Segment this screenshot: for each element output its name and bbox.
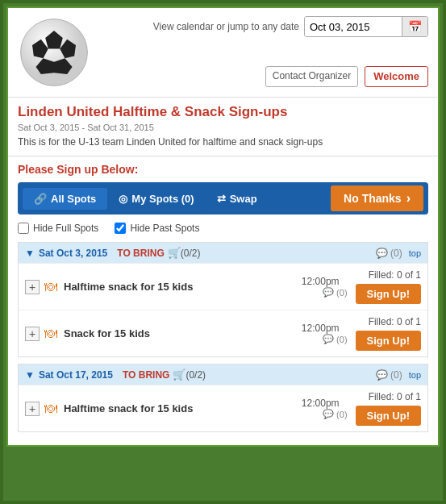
slot-count-1: (0/2) [185,369,206,381]
hide-past-spots-checkbox[interactable] [115,223,126,234]
tab-swap-label: Swap [230,193,257,205]
slot-time-0-0: 12:00pm [302,276,340,287]
comment-count-1: (0) [390,369,402,381]
slot-name-0-1: Snack for 15 kids [64,327,302,339]
welcome-button[interactable]: Welcome [365,66,428,87]
please-signup-heading: Please Sign up Below: [18,163,428,176]
comment-bubble-icon-0: 💬 [376,248,388,259]
chevron-right-icon: › [406,191,411,206]
signup-button-0-0[interactable]: Sign Up! [356,284,421,304]
tabs-bar: 🔗 All Spots ◎ My Spots (0) ⇄ Swap No Tha… [18,182,428,215]
tab-my-spots-label: My Spots (0) [131,193,194,205]
tab-all-spots-label: All Spots [51,193,96,205]
filter-row: Hide Full Spots Hide Past Spots [18,223,428,234]
hide-full-spots-checkbox[interactable] [18,223,29,234]
slot-time-1-0: 12:00pm [302,398,340,409]
signup-button-0-1[interactable]: Sign Up! [356,331,421,351]
slot-row-0-0: + 🍽 Halftime snack for 15 kids 12:00pm 💬… [19,263,427,310]
slot-name-1-0: Halftime snack for 15 kids [64,402,302,414]
contact-organizer-button[interactable]: Contact Organizer [265,66,358,87]
comment-icon-0-1: 💬 [323,334,334,344]
event-dates: Sat Oct 3, 2015 - Sat Oct 31, 2015 [18,123,428,132]
collapse-arrow-icon-1[interactable]: ▼ [25,369,35,381]
calendar-icon-button[interactable]: 📅 [402,17,427,36]
hide-past-spots-text: Hide Past Spots [130,223,199,234]
date-input-wrap: 📅 [304,16,428,37]
hide-full-spots-label[interactable]: Hide Full Spots [18,223,98,234]
filled-label-0-0: Filled: 0 of 1 [369,269,421,281]
no-thanks-label: No Thanks [344,192,402,205]
slot-count-0: (0/2) [181,248,201,259]
date-group-1: ▼ Sat Oct 17, 2015 TO BRING 🛒 (0/2) 💬 (0… [18,364,428,432]
slot-comment-1-0: 💬 (0) [323,409,347,419]
to-bring-label-1: TO BRING [123,369,169,381]
slot-name-0-0: Halftime snack for 15 kids [64,281,302,293]
signup-button-1-0[interactable]: Sign Up! [356,406,421,426]
date-group-date-1: Sat Oct 17, 2015 [39,369,113,381]
event-title: Linden United Halftime & Snack Sign-ups [18,104,428,120]
date-group-0: ▼ Sat Oct 3, 2015 TO BRING 🛒 (0/2) 💬 (0)… [18,242,428,357]
hide-past-spots-label[interactable]: Hide Past Spots [115,223,199,234]
comment-icon-0-0: 💬 [323,287,334,298]
slot-expand-0-0[interactable]: + [25,280,40,294]
no-thanks-button[interactable]: No Thanks › [331,185,423,211]
slot-expand-0-1[interactable]: + [25,327,40,341]
to-bring-label-0: TO BRING [117,248,164,259]
date-group-header-1: ▼ Sat Oct 17, 2015 TO BRING 🛒 (0/2) 💬 (0… [19,364,427,385]
tab-my-spots[interactable]: ◎ My Spots (0) [107,188,205,210]
link-icon: 🔗 [34,193,47,205]
cart-icon-1: 🛒 [173,369,185,381]
slot-row-1-0: + 🍽 Halftime snack for 15 kids 12:00pm 💬… [19,385,427,431]
filled-label-1-0: Filled: 0 of 1 [369,391,421,402]
slot-comment-0-1: 💬 (0) [323,334,347,344]
slot-expand-1-0[interactable]: + [25,402,40,416]
tab-all-spots[interactable]: 🔗 All Spots [23,188,107,210]
slot-comment-0-0: 💬 (0) [323,287,347,298]
top-link-1[interactable]: top [409,370,421,380]
comment-group-0: 💬 (0) [376,248,402,259]
soccer-ball-image [18,16,90,89]
calendar-label: View calendar or jump to any date [153,21,299,32]
top-link-0[interactable]: top [409,248,421,258]
food-icon-0-0: 🍽 [44,280,57,294]
swap-icon: ⇄ [217,193,226,205]
date-group-header-0: ▼ Sat Oct 3, 2015 TO BRING 🛒 (0/2) 💬 (0)… [19,243,427,263]
comment-icon-1-0: 💬 [323,409,334,419]
event-description: This is for the U-13 team Linden United … [18,136,428,148]
hide-full-spots-text: Hide Full Spots [33,223,98,234]
comment-bubble-icon-1: 💬 [376,369,388,381]
filled-label-0-1: Filled: 0 of 1 [369,316,421,327]
tab-swap[interactable]: ⇄ Swap [206,188,269,210]
comment-group-1: 💬 (0) [376,369,402,381]
food-icon-0-1: 🍽 [44,327,57,341]
comment-count-0: (0) [390,248,402,259]
slot-time-0-1: 12:00pm [302,323,340,334]
collapse-arrow-icon-0[interactable]: ▼ [25,248,35,259]
date-group-date-0: Sat Oct 3, 2015 [39,248,107,259]
food-icon-1-0: 🍽 [44,402,57,416]
cart-icon-0: 🛒 [168,247,181,259]
date-input[interactable] [305,17,402,36]
slot-row-0-1: + 🍽 Snack for 15 kids 12:00pm 💬 (0) Fill… [19,310,427,356]
target-icon: ◎ [119,193,127,205]
svg-point-0 [21,19,88,86]
